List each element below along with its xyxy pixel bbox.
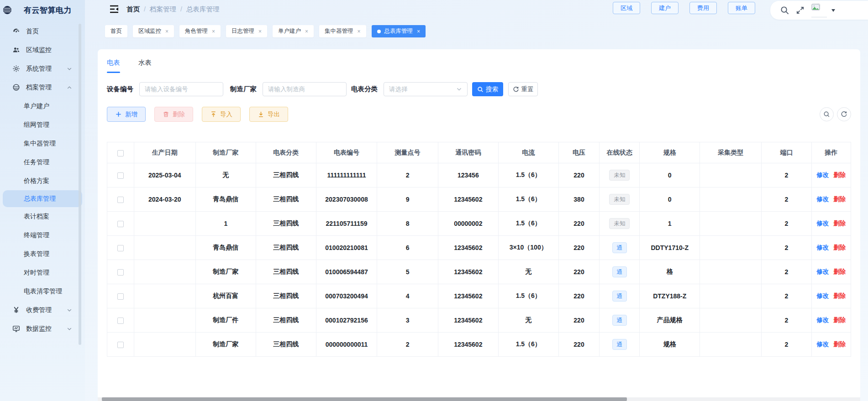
sidebar-item-终端管理[interactable]: 终端管理 xyxy=(0,226,85,245)
cell-voltage: 220 xyxy=(558,333,600,357)
dashboard-icon xyxy=(12,27,20,35)
device-no-input[interactable] xyxy=(139,82,223,96)
row-checkbox[interactable] xyxy=(117,269,124,276)
row-delete-link[interactable]: 删除 xyxy=(833,292,846,299)
row-delete-link[interactable]: 删除 xyxy=(833,244,846,251)
cell-spec: 0 xyxy=(640,163,700,187)
close-tab-icon[interactable]: × xyxy=(305,29,308,34)
sidebar-item-电表清零管理[interactable]: 电表清零管理 xyxy=(0,282,85,301)
open-tab-日志管理[interactable]: 日志管理× xyxy=(226,25,267,37)
cell-password: 123456 xyxy=(438,163,498,187)
breadcrumb-home[interactable]: 首页 xyxy=(126,5,140,14)
cell-password: 12345602 xyxy=(438,187,498,212)
cell-voltage: 220 xyxy=(558,308,600,333)
sidebar-item-价格方案[interactable]: 价格方案 xyxy=(0,172,85,190)
row-checkbox[interactable] xyxy=(117,293,124,300)
export-button[interactable]: 导出 xyxy=(249,107,288,122)
cell-actions: 修改删除 xyxy=(811,260,851,284)
row-checkbox[interactable] xyxy=(117,342,124,348)
sidebar-item-对时管理[interactable]: 对时管理 xyxy=(0,263,85,282)
row-checkbox[interactable] xyxy=(117,245,124,251)
row-checkbox[interactable] xyxy=(117,318,124,324)
row-delete-link[interactable]: 删除 xyxy=(833,341,846,348)
search-icon[interactable] xyxy=(780,6,789,15)
tab-electric-meter[interactable]: 电表 xyxy=(107,58,120,73)
delete-button[interactable]: 删除 xyxy=(154,107,193,122)
cell-date xyxy=(134,333,195,357)
open-tab-总表库管理[interactable]: 总表库管理× xyxy=(372,25,426,37)
sidebar-item-单户建户[interactable]: 单户建户 xyxy=(0,97,85,115)
row-delete-link[interactable]: 删除 xyxy=(833,268,846,275)
reset-button[interactable]: 重置 xyxy=(508,82,538,96)
select-all-checkbox[interactable] xyxy=(117,150,124,156)
row-edit-link[interactable]: 修改 xyxy=(816,196,829,203)
sidebar-item-首页[interactable]: 首页 xyxy=(0,22,85,41)
row-edit-link[interactable]: 修改 xyxy=(816,292,829,299)
search-button[interactable]: 搜索 xyxy=(472,82,503,96)
row-checkbox[interactable] xyxy=(117,221,124,227)
cell-category: 三相四线 xyxy=(256,212,316,236)
cell-current: 无 xyxy=(498,260,558,284)
cell-password: 00000002 xyxy=(438,212,498,236)
row-edit-link[interactable]: 修改 xyxy=(816,244,829,251)
add-button[interactable]: 新增 xyxy=(107,107,146,122)
table-row: 青岛鼎信三相四线0100202100816123456023×10（100）22… xyxy=(107,236,851,260)
cell-date: 2024-03-20 xyxy=(134,187,195,212)
collapse-menu-icon[interactable] xyxy=(110,5,119,13)
open-tab-集中器管理[interactable]: 集中器管理× xyxy=(319,25,366,37)
row-checkbox[interactable] xyxy=(117,197,124,203)
row-delete-link[interactable]: 删除 xyxy=(833,172,846,178)
sidebar-item-区域监控[interactable]: 区域监控 xyxy=(0,41,85,59)
close-tab-icon[interactable]: × xyxy=(258,29,262,34)
open-tab-首页[interactable]: 首页 xyxy=(105,25,127,37)
row-delete-link[interactable]: 删除 xyxy=(833,196,846,203)
sidebar-item-换表管理[interactable]: 换表管理 xyxy=(0,245,85,263)
open-tab-区域监控[interactable]: 区域监控× xyxy=(133,25,174,37)
row-edit-link[interactable]: 修改 xyxy=(816,220,829,227)
row-delete-link[interactable]: 删除 xyxy=(833,220,846,227)
tab-water-meter[interactable]: 水表 xyxy=(138,58,152,73)
sidebar-item-系统管理[interactable]: 系统管理 xyxy=(0,59,85,78)
active-tab-dot-icon xyxy=(377,30,381,33)
row-edit-link[interactable]: 修改 xyxy=(816,341,829,348)
fullscreen-icon[interactable] xyxy=(796,6,805,15)
fee-button[interactable]: 费用 xyxy=(689,2,717,14)
close-tab-icon[interactable]: × xyxy=(358,29,361,34)
row-edit-link[interactable]: 修改 xyxy=(816,317,829,323)
cell-meter_no: 111111111111 xyxy=(316,163,377,187)
sidebar-scrollbar[interactable] xyxy=(79,24,81,345)
caret-down-icon[interactable] xyxy=(831,9,835,12)
open-tab-单户建户[interactable]: 单户建户× xyxy=(273,25,314,37)
create-account-button[interactable]: 建户 xyxy=(651,2,679,14)
row-edit-link[interactable]: 修改 xyxy=(816,172,829,178)
manufacturer-input[interactable] xyxy=(263,82,347,96)
avatar[interactable] xyxy=(811,4,827,17)
meter-category-label: 电表分类 xyxy=(351,85,378,94)
sidebar-item-收费管理[interactable]: 收费管理 xyxy=(0,301,85,319)
cell-port: 2 xyxy=(762,284,811,308)
import-button[interactable]: 导入 xyxy=(202,107,241,122)
bill-button[interactable]: 账单 xyxy=(728,2,755,14)
table-search-icon[interactable] xyxy=(820,107,834,121)
sidebar-item-数据监控[interactable]: 数据监控 xyxy=(0,319,85,338)
close-tab-icon[interactable]: × xyxy=(417,29,420,34)
sidebar-item-组网管理[interactable]: 组网管理 xyxy=(0,115,85,134)
sidebar-item-档案管理[interactable]: 档案管理 xyxy=(0,78,85,97)
region-button[interactable]: 区域 xyxy=(613,2,640,14)
sidebar-item-表计档案[interactable]: 表计档案 xyxy=(0,207,85,226)
horizontal-scrollbar-thumb[interactable] xyxy=(102,397,627,401)
row-checkbox[interactable] xyxy=(117,172,124,179)
sidebar-item-集中器管理[interactable]: 集中器管理 xyxy=(0,134,85,153)
row-edit-link[interactable]: 修改 xyxy=(816,268,829,275)
close-tab-icon[interactable]: × xyxy=(212,29,215,34)
table-refresh-icon[interactable] xyxy=(837,107,851,121)
horizontal-scrollbar[interactable] xyxy=(98,397,860,401)
sidebar-item-总表库管理[interactable]: 总表库管理 xyxy=(3,190,82,207)
cell-actions: 修改删除 xyxy=(811,236,851,260)
row-delete-link[interactable]: 删除 xyxy=(833,317,846,323)
meter-category-select[interactable]: 请选择 xyxy=(384,82,468,96)
open-tab-角色管理[interactable]: 角色管理× xyxy=(179,25,221,37)
close-tab-icon[interactable]: × xyxy=(165,29,168,34)
sidebar-item-任务管理[interactable]: 任务管理 xyxy=(0,153,85,172)
breadcrumb-archive[interactable]: 档案管理 xyxy=(150,5,176,14)
